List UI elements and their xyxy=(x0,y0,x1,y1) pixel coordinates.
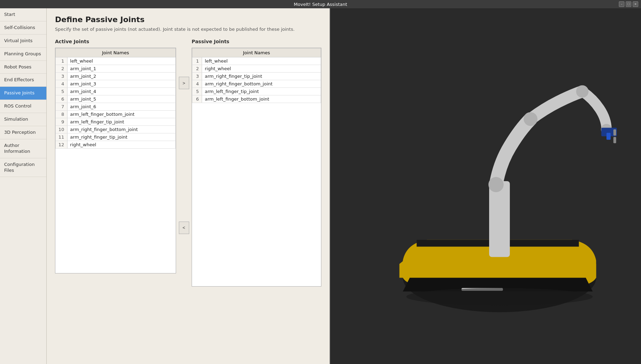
row-number: 2 xyxy=(192,65,202,73)
joint-name: arm_left_finger_tip_joint xyxy=(202,88,321,95)
row-number: 1 xyxy=(192,57,202,65)
passive-joints-panel: Joint Names 1left_wheel2right_wheel3arm_… xyxy=(192,48,321,287)
table-row[interactable]: 2arm_joint_1 xyxy=(56,65,176,73)
close-button[interactable]: ✕ xyxy=(633,1,638,7)
row-number: 2 xyxy=(56,65,67,73)
row-number: 1 xyxy=(56,57,67,65)
svg-rect-9 xyxy=(606,133,611,140)
row-number: 6 xyxy=(56,95,67,103)
table-row[interactable]: 2right_wheel xyxy=(192,65,321,73)
table-row[interactable]: 6arm_left_finger_bottom_joint xyxy=(192,95,321,103)
row-number: 8 xyxy=(56,111,67,118)
sidebar-item-end-effectors[interactable]: End Effectors xyxy=(0,74,46,87)
table-row[interactable]: 4arm_right_finger_bottom_joint xyxy=(192,80,321,88)
row-number: 12 xyxy=(56,141,67,149)
row-number: 9 xyxy=(56,118,67,126)
table-row[interactable]: 5arm_left_finger_tip_joint xyxy=(192,88,321,95)
table-row[interactable]: 10arm_right_finger_bottom_joint xyxy=(56,126,176,133)
sidebar-item-planning-groups[interactable]: Planning Groups xyxy=(0,48,46,61)
joint-name: arm_joint_6 xyxy=(67,103,175,111)
row-number: 5 xyxy=(192,88,202,95)
sidebar-item-configuration-files[interactable]: Configuration Files xyxy=(0,158,46,177)
table-row[interactable]: 11arm_right_finger_tip_joint xyxy=(56,133,176,141)
row-number: 5 xyxy=(56,88,67,95)
passive-joints-table: Joint Names 1left_wheel2right_wheel3arm_… xyxy=(192,48,321,103)
content-area: Define Passive Joints Specify the set of… xyxy=(47,8,330,364)
joint-name: arm_right_finger_tip_joint xyxy=(202,73,321,80)
svg-point-6 xyxy=(576,85,588,98)
sidebar-item-passive-joints[interactable]: Passive Joints xyxy=(0,87,46,100)
row-number: 6 xyxy=(192,95,202,103)
sidebar-item-self-collisions[interactable]: Self-Collisions xyxy=(0,21,46,35)
row-number: 7 xyxy=(56,103,67,111)
joint-name: right_wheel xyxy=(202,65,321,73)
row-number: 11 xyxy=(56,133,67,141)
svg-point-4 xyxy=(488,177,504,192)
table-row[interactable]: 5arm_joint_4 xyxy=(56,88,176,95)
title-bar: MoveIt! Setup Assistant – ☐ ✕ xyxy=(0,0,641,8)
joint-name: arm_joint_2 xyxy=(67,73,175,80)
sidebar-item-author-information[interactable]: Author Information xyxy=(0,139,46,158)
active-joints-table: Joint Names 1left_wheel2arm_joint_13arm_… xyxy=(55,48,176,149)
table-row[interactable]: 6arm_joint_5 xyxy=(56,95,176,103)
sidebar-item-simulation[interactable]: Simulation xyxy=(0,113,46,126)
joint-name: arm_joint_5 xyxy=(67,95,175,103)
move-right-button[interactable]: > xyxy=(179,77,189,89)
joint-name: arm_right_finger_bottom_joint xyxy=(67,126,175,133)
row-number: 3 xyxy=(192,73,202,80)
joint-name: arm_joint_4 xyxy=(67,88,175,95)
passive-joints-column-header: Joint Names xyxy=(192,48,321,57)
sidebar-item-virtual-joints[interactable]: Virtual Joints xyxy=(0,35,46,48)
window-title: MoveIt! Setup Assistant xyxy=(294,2,347,7)
row-number: 4 xyxy=(56,80,67,88)
passive-joints-header: Passive Joints xyxy=(192,39,321,44)
joint-name: arm_left_finger_bottom_joint xyxy=(67,111,175,118)
table-row[interactable]: 8arm_left_finger_bottom_joint xyxy=(56,111,176,118)
joint-name: right_wheel xyxy=(67,141,175,149)
svg-rect-11 xyxy=(613,137,616,143)
svg-point-12 xyxy=(406,288,593,305)
svg-point-5 xyxy=(524,112,538,126)
table-row[interactable]: 9arm_left_finger_tip_joint xyxy=(56,118,176,126)
table-row[interactable]: 12right_wheel xyxy=(56,141,176,149)
active-joints-header: Active Joints xyxy=(55,39,176,44)
sidebar: StartSelf-CollisionsVirtual JointsPlanni… xyxy=(0,8,47,364)
sidebar-item-ros-control[interactable]: ROS Control xyxy=(0,100,46,113)
joint-name: arm_left_finger_bottom_joint xyxy=(202,95,321,103)
svg-rect-3 xyxy=(489,181,510,257)
page-title: Define Passive Joints xyxy=(55,15,321,24)
joint-name: arm_right_finger_bottom_joint xyxy=(202,80,321,88)
svg-rect-10 xyxy=(613,129,616,136)
sidebar-item-robot-poses[interactable]: Robot Poses xyxy=(0,61,46,74)
table-row[interactable]: 4arm_joint_3 xyxy=(56,80,176,88)
move-left-button[interactable]: < xyxy=(179,222,189,234)
row-number: 10 xyxy=(56,126,67,133)
row-number: 3 xyxy=(56,73,67,80)
robot-view xyxy=(330,8,641,364)
active-joints-panel: Joint Names 1left_wheel2arm_joint_13arm_… xyxy=(55,48,176,273)
row-number: 4 xyxy=(192,80,202,88)
minimize-button[interactable]: – xyxy=(619,1,624,7)
table-row[interactable]: 1left_wheel xyxy=(56,57,176,65)
joint-name: arm_left_finger_tip_joint xyxy=(67,118,175,126)
maximize-button[interactable]: ☐ xyxy=(626,1,631,7)
table-row[interactable]: 1left_wheel xyxy=(192,57,321,65)
joint-name: left_wheel xyxy=(202,57,321,65)
table-row[interactable]: 3arm_joint_2 xyxy=(56,73,176,80)
table-row[interactable]: 3arm_right_finger_tip_joint xyxy=(192,73,321,80)
table-row[interactable]: 7arm_joint_6 xyxy=(56,103,176,111)
joint-name: arm_right_finger_tip_joint xyxy=(67,133,175,141)
joint-name: left_wheel xyxy=(67,57,175,65)
sidebar-item-start[interactable]: Start xyxy=(0,8,46,21)
sidebar-item-3d-perception[interactable]: 3D Perception xyxy=(0,126,46,139)
active-joints-column-header: Joint Names xyxy=(56,48,176,57)
page-subtitle: Specify the set of passive joints (not a… xyxy=(55,27,321,32)
joint-name: arm_joint_1 xyxy=(67,65,175,73)
joint-name: arm_joint_3 xyxy=(67,80,175,88)
